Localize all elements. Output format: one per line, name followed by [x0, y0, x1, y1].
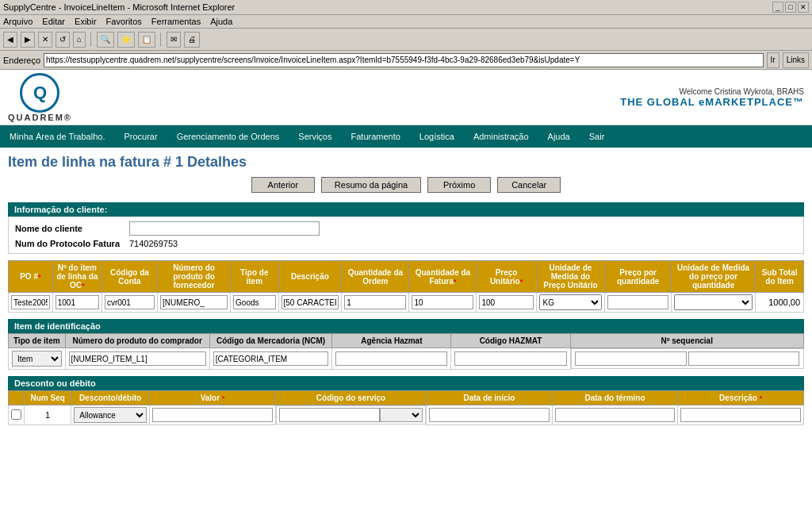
proximo-button[interactable]: Próximo	[427, 177, 491, 193]
cell-uom: KG	[536, 293, 605, 313]
resumo-button[interactable]: Resumo da página	[321, 177, 421, 193]
separator-2	[160, 33, 162, 47]
logo-letter: Q	[33, 83, 47, 103]
cell-subtotal: 1000,00	[756, 293, 804, 313]
select-uom[interactable]: KG	[539, 294, 603, 310]
browser-menubar: Arquivo Editar Exibir Favoritos Ferramen…	[0, 15, 812, 29]
discount-section: Desconto ou débito Num Seq Desconto/débi…	[8, 376, 804, 425]
identification-header: Item de identificação	[8, 319, 804, 333]
back-btn[interactable]: ◀	[3, 32, 17, 48]
forward-btn[interactable]: ▶	[21, 32, 35, 48]
input-order-qty[interactable]	[344, 295, 406, 309]
stop-btn[interactable]: ✕	[38, 32, 52, 48]
menu-ajuda[interactable]: Ajuda	[210, 17, 232, 26]
ident-cell-type: Item	[9, 348, 66, 370]
anterior-button[interactable]: Anterior	[251, 177, 315, 193]
input-hazmat-code[interactable]	[454, 351, 566, 366]
input-description[interactable]	[282, 295, 339, 309]
cancelar-button[interactable]: Cancelar	[497, 177, 561, 193]
minimize-btn[interactable]: _	[772, 2, 783, 13]
address-input[interactable]	[44, 53, 763, 67]
refresh-btn[interactable]: ↺	[56, 32, 70, 48]
discount-cell-value	[150, 405, 276, 425]
input-price-per-qty[interactable]	[607, 295, 668, 309]
nav-bar: Minha Área de Trabalho. Procurar Gerenci…	[0, 125, 812, 148]
col-invoice-qty: Quantidade da Fatura*	[409, 261, 477, 293]
input-end-date[interactable]	[555, 408, 676, 422]
input-line-no[interactable]	[56, 295, 99, 309]
input-po[interactable]	[11, 295, 50, 309]
app-header: Q QUADREM® Welcome Cristina Wykrota, BRA…	[0, 70, 812, 125]
nav-gerenciamento[interactable]: Gerenciamento de Ordens	[167, 125, 289, 148]
links-button[interactable]: Links	[783, 52, 809, 68]
select-service-code[interactable]	[380, 408, 423, 422]
customer-name-row: Nome do cliente	[15, 221, 797, 236]
cell-unit-price	[477, 293, 536, 313]
cell-price-per-qty	[605, 293, 672, 313]
menu-editar[interactable]: Editar	[42, 17, 65, 26]
close-btn[interactable]: ✕	[798, 2, 809, 13]
input-start-date[interactable]	[429, 408, 550, 422]
nav-faturamento[interactable]: Faturamento	[341, 125, 409, 148]
input-seq-2[interactable]	[688, 351, 800, 366]
cell-invoice-qty	[409, 293, 477, 313]
input-hazmat-agency[interactable]	[335, 351, 447, 366]
logo-text: QUADREM®	[8, 113, 72, 122]
input-discount-description[interactable]	[680, 408, 801, 422]
mail-btn[interactable]: ✉	[167, 32, 181, 48]
input-discount-value[interactable]	[152, 408, 273, 422]
customer-name-input[interactable]	[129, 221, 320, 236]
select-discount-type[interactable]: Allowance	[74, 407, 147, 423]
marketplace-text: THE GLOBAL eMARKETPLACE™	[620, 96, 804, 108]
home-btn[interactable]: ⌂	[73, 32, 86, 48]
protocol-row: Num do Protocolo Fatura 7140269753	[15, 239, 797, 248]
discount-col-end-date: Data do término	[552, 391, 678, 405]
protocol-value: 7140269753	[129, 239, 178, 248]
col-line-no: Nº do item de linha da OC*	[52, 261, 102, 293]
print-btn[interactable]: 🖨	[184, 32, 200, 48]
col-subtotal: Sub Total do Item	[756, 261, 804, 293]
input-unit-price[interactable]	[479, 295, 533, 309]
discount-checkbox[interactable]	[11, 409, 21, 420]
nav-administracao[interactable]: Administração	[464, 125, 538, 148]
input-seq-1[interactable]	[575, 351, 687, 366]
customer-section-header: Informação do cliente:	[8, 202, 804, 217]
maximize-btn[interactable]: □	[785, 2, 796, 13]
browser-toolbar: ◀ ▶ ✕ ↺ ⌂ 🔍 ⭐ 📋 ✉ 🖨	[0, 29, 812, 51]
input-ncm[interactable]	[213, 351, 329, 366]
input-supplier-product[interactable]	[160, 295, 228, 309]
discount-cell-end-date	[552, 405, 678, 425]
nav-sair[interactable]: Sair	[580, 125, 615, 148]
history-btn[interactable]: 📋	[138, 32, 155, 48]
protocol-label: Num do Protocolo Fatura	[15, 239, 126, 248]
select-uom-price[interactable]	[674, 294, 753, 310]
nav-ajuda[interactable]: Ajuda	[538, 125, 580, 148]
input-buyer-product[interactable]	[69, 351, 206, 366]
input-account[interactable]	[105, 295, 155, 309]
nav-logistica[interactable]: Logística	[410, 125, 464, 148]
cell-order-qty	[342, 293, 409, 313]
address-bar: Endereço Ir Links	[0, 51, 812, 70]
input-item-type[interactable]	[233, 295, 275, 309]
identification-table: Tipo de item Número do produto do compra…	[8, 333, 804, 370]
nav-procurar[interactable]: Procurar	[114, 125, 167, 148]
ident-col-seq: Nº sequencial	[570, 334, 803, 348]
discount-col-value: Valor *	[150, 391, 276, 405]
nav-servicos[interactable]: Serviços	[289, 125, 341, 148]
menu-exibir[interactable]: Exibir	[75, 17, 97, 26]
menu-arquivo[interactable]: Arquivo	[3, 17, 33, 26]
select-item-type[interactable]: Item	[12, 351, 62, 367]
menu-favoritos[interactable]: Favoritos	[106, 17, 142, 26]
favorites-btn[interactable]: ⭐	[117, 32, 135, 48]
table-header-row: PO #* Nº do item de linha da OC* Código …	[9, 261, 804, 293]
nav-minha-area[interactable]: Minha Área de Trabalho.	[0, 125, 114, 148]
input-service-code[interactable]	[279, 408, 380, 422]
input-invoice-qty[interactable]	[412, 295, 473, 309]
go-button[interactable]: Ir	[767, 52, 779, 68]
ident-col-hazmat-code: Código HAZMAT	[451, 334, 570, 348]
main-content: Item de linha na fatura # 1 Detalhes Ant…	[0, 148, 812, 438]
search-btn[interactable]: 🔍	[97, 32, 114, 48]
menu-ferramentas[interactable]: Ferramentas	[151, 17, 201, 26]
discount-col-service-code: Código do serviço	[275, 391, 426, 405]
ident-row: Item	[9, 348, 804, 370]
